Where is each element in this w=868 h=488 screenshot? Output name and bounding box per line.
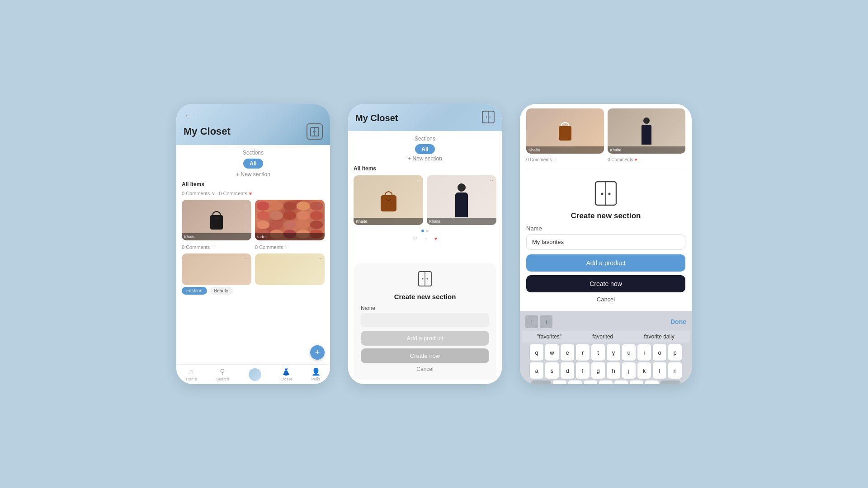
keyboard-down-arrow[interactable]: ↓: [540, 315, 552, 328]
phone3-comment-text-1: 0 Comments: [526, 157, 552, 162]
key-w[interactable]: w: [545, 344, 559, 361]
add-fab[interactable]: +: [310, 345, 325, 360]
key-y[interactable]: y: [607, 344, 620, 361]
closet-door-icon[interactable]: [307, 123, 323, 140]
key-a[interactable]: a: [530, 362, 543, 379]
key-u[interactable]: u: [622, 344, 636, 361]
phone2-name-input[interactable]: [361, 313, 489, 327]
phone3-add-product-btn[interactable]: Add a product: [526, 254, 685, 272]
phone2-card-1[interactable]: ··· Khaite: [354, 175, 423, 225]
phone2-create-now-btn[interactable]: Create now: [361, 348, 489, 363]
key-v[interactable]: v: [599, 380, 613, 384]
phone3-card-1[interactable]: Khaite: [526, 108, 604, 154]
key-o[interactable]: o: [653, 344, 666, 361]
key-b[interactable]: b: [614, 380, 628, 384]
all-pill[interactable]: All: [243, 159, 263, 169]
svg-point-7: [486, 117, 487, 117]
phone2-cancel-btn[interactable]: Cancel: [361, 366, 489, 372]
fashion-tag[interactable]: Fashion: [182, 287, 207, 295]
autocomplete-3[interactable]: favorite daily: [640, 333, 678, 341]
comment-item-2: 0 Comments ♥: [219, 190, 252, 196]
partial-card-1[interactable]: ···: [182, 253, 251, 285]
key-x[interactable]: x: [568, 380, 582, 384]
svg-point-8: [490, 117, 491, 117]
svg-point-17: [601, 193, 604, 195]
key-n[interactable]: n: [630, 380, 643, 384]
partial-card-2[interactable]: ···: [255, 253, 325, 285]
key-g[interactable]: g: [591, 362, 605, 379]
product-label-1: Khaite: [182, 233, 251, 240]
home-icon: ⌂: [189, 368, 194, 376]
key-z[interactable]: z: [553, 380, 566, 384]
key-s[interactable]: s: [545, 362, 559, 379]
nav-home[interactable]: ⌂ Home: [186, 368, 197, 381]
key-t[interactable]: t: [591, 344, 605, 361]
all-items-label: All Items: [182, 181, 325, 188]
key-i[interactable]: i: [637, 344, 651, 361]
key-r[interactable]: r: [576, 344, 590, 361]
phone3-name-input[interactable]: [526, 234, 685, 250]
heart-red-icon: ♥: [249, 191, 252, 196]
phone2-all-pill[interactable]: All: [415, 144, 434, 154]
card-comment-text-2: 0 Comments: [255, 244, 283, 250]
phone3-comment-2: 0 Comments ♥: [608, 157, 685, 162]
back-button[interactable]: ←: [184, 111, 323, 121]
nav-avatar[interactable]: [249, 368, 261, 381]
key-l[interactable]: l: [653, 362, 666, 379]
svg-rect-14: [559, 126, 571, 141]
nav-search[interactable]: ⚲ Search: [216, 367, 229, 381]
key-d[interactable]: d: [561, 362, 574, 379]
avatar: [249, 368, 261, 381]
key-e[interactable]: e: [561, 344, 574, 361]
carousel-dots: [354, 230, 496, 232]
keyboard-up-arrow[interactable]: ↑: [525, 315, 538, 328]
key-h[interactable]: h: [607, 362, 620, 379]
key-m[interactable]: m: [645, 380, 659, 384]
key-k[interactable]: k: [637, 362, 651, 379]
product-dots-2[interactable]: ···: [318, 202, 323, 208]
keyboard-done-btn[interactable]: Done: [670, 318, 686, 325]
phone3-heart-outline-1: ♡: [553, 157, 557, 162]
phone3-comment-text-2: 0 Comments: [608, 157, 633, 162]
svg-point-18: [609, 193, 611, 195]
heart-outline-icon-2: ♡: [285, 244, 289, 250]
beauty-tag[interactable]: Beauty: [210, 287, 233, 295]
phone2-card-dots-2[interactable]: ···: [490, 177, 495, 183]
phone3-cancel-btn[interactable]: Cancel: [526, 296, 685, 303]
key-n-tilde[interactable]: ñ: [668, 362, 682, 379]
autocomplete-2[interactable]: favorited: [589, 333, 617, 341]
heart-outline-icon-1: ♡: [212, 244, 216, 250]
phone3-cards-row: Khaite Khaite: [526, 108, 685, 154]
key-c[interactable]: c: [584, 380, 597, 384]
key-delete[interactable]: ⌫: [660, 380, 680, 384]
phone2-card-2[interactable]: ··· Khaite: [427, 175, 496, 225]
closet-nav-icon: 👗: [282, 367, 291, 376]
phone2-new-section[interactable]: + New section: [354, 155, 496, 162]
nav-polls[interactable]: 👤 Polls: [311, 367, 321, 381]
nav-closet[interactable]: 👗 Closet: [280, 367, 292, 381]
phone3-create-now-btn[interactable]: Create now: [526, 275, 685, 292]
key-q[interactable]: q: [530, 344, 543, 361]
phone2-add-product-btn[interactable]: Add a product: [361, 331, 489, 346]
like-row: ♡ ·· ♥: [354, 236, 496, 242]
key-shift[interactable]: ↑: [531, 380, 551, 384]
phone2-closet-icon[interactable]: [482, 110, 495, 126]
card-comment-1: 0 Comments ♡: [182, 244, 251, 250]
phone3-create-title: Create new section: [526, 211, 685, 221]
phone3-create-section: Create new section Name Add a product Cr…: [520, 176, 692, 311]
phone2-card-dots-1[interactable]: ···: [417, 177, 421, 183]
key-p[interactable]: p: [668, 344, 682, 361]
phone2-all-items: All Items: [354, 165, 496, 172]
key-f[interactable]: f: [576, 362, 590, 379]
product-card-2[interactable]: ··· tarte: [255, 200, 325, 240]
phone2-create-title: Create new section: [361, 293, 489, 300]
phone3-card-2[interactable]: Khaite: [608, 108, 685, 154]
key-j[interactable]: j: [622, 362, 636, 379]
autocomplete-1[interactable]: "favorites": [533, 333, 565, 341]
new-section-link[interactable]: + New section: [182, 171, 325, 178]
card-comment-2: 0 Comments ♡: [255, 244, 325, 250]
product-dots-1[interactable]: ···: [245, 202, 250, 208]
phone3-comments-row: 0 Comments ♡ 0 Comments ♥: [526, 157, 685, 162]
product-card-1[interactable]: ··· Khaite: [182, 200, 251, 240]
autocomplete-row: "favorites" favorited favorite daily: [522, 331, 690, 343]
